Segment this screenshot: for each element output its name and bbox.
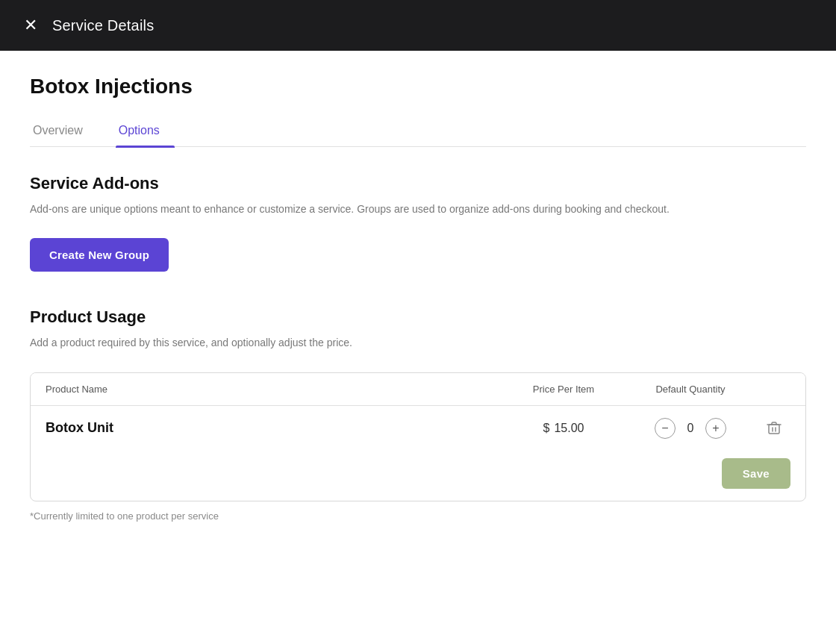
table-header-row: Product Name Price Per Item Default Quan…	[31, 373, 805, 406]
quantity-cell: − 0 +	[623, 418, 758, 439]
svg-rect-0	[769, 425, 779, 434]
quantity-increment-button[interactable]: +	[705, 418, 726, 439]
content-area: Botox Injections Overview Options Servic…	[0, 51, 836, 551]
quantity-decrement-button[interactable]: −	[655, 418, 676, 439]
table-row: Botox Unit $ 15.00 − 0 +	[31, 406, 805, 451]
col-header-product-name: Product Name	[46, 384, 504, 395]
addons-description: Add-ons are unique options meant to enha…	[30, 201, 702, 217]
tabs-container: Overview Options	[30, 116, 806, 147]
product-usage-description: Add a product required by this service, …	[30, 334, 702, 351]
header: ✕ Service Details	[0, 0, 836, 51]
col-header-quantity: Default Quantity	[623, 384, 758, 395]
close-icon[interactable]: ✕	[24, 17, 37, 34]
addons-title: Service Add-ons	[30, 174, 806, 193]
product-name-cell: Botox Unit	[46, 420, 504, 436]
save-button[interactable]: Save	[722, 458, 790, 489]
col-header-price: Price Per Item	[504, 384, 623, 395]
product-usage-title: Product Usage	[30, 307, 806, 327]
service-name: Botox Injections	[30, 75, 806, 99]
trash-icon	[767, 421, 782, 436]
quantity-value: 0	[683, 422, 698, 435]
price-cell: $ 15.00	[504, 422, 623, 435]
save-row: Save	[31, 451, 805, 501]
tab-options[interactable]: Options	[116, 116, 175, 146]
tab-overview[interactable]: Overview	[30, 116, 98, 146]
product-disclaimer: *Currently limited to one product per se…	[30, 510, 806, 522]
delete-product-button[interactable]	[758, 421, 790, 436]
header-title: Service Details	[52, 17, 154, 34]
product-table: Product Name Price Per Item Default Quan…	[30, 372, 806, 501]
minus-icon: −	[661, 422, 668, 435]
plus-icon: +	[712, 422, 719, 435]
addons-section: Service Add-ons Add-ons are unique optio…	[30, 174, 806, 272]
create-new-group-button[interactable]: Create New Group	[30, 238, 169, 272]
product-usage-section: Product Usage Add a product required by …	[30, 307, 806, 521]
price-symbol: $	[543, 422, 550, 435]
price-value: 15.00	[554, 422, 584, 435]
